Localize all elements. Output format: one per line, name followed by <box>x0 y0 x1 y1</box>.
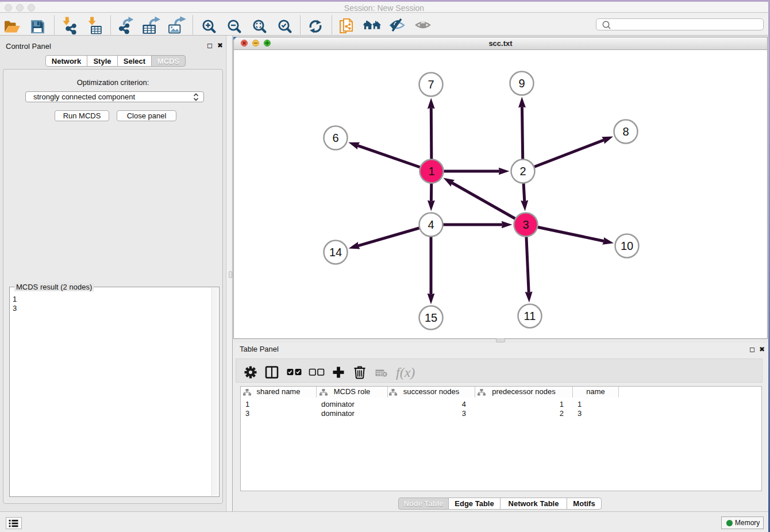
svg-text:8: 8 <box>622 125 629 138</box>
svg-text:f(x): f(x) <box>396 365 415 380</box>
svg-text:14: 14 <box>329 246 342 259</box>
svg-text:9: 9 <box>518 77 525 90</box>
svg-text:4: 4 <box>428 218 434 231</box>
svg-text:10: 10 <box>621 240 633 252</box>
svg-text:15: 15 <box>425 311 437 324</box>
svg-text:7: 7 <box>428 78 434 91</box>
svg-text:2: 2 <box>519 165 526 178</box>
svg-text:1: 1 <box>428 165 434 178</box>
svg-text:6: 6 <box>332 132 338 144</box>
svg-text:3: 3 <box>522 218 529 231</box>
svg-text:11: 11 <box>524 310 536 322</box>
